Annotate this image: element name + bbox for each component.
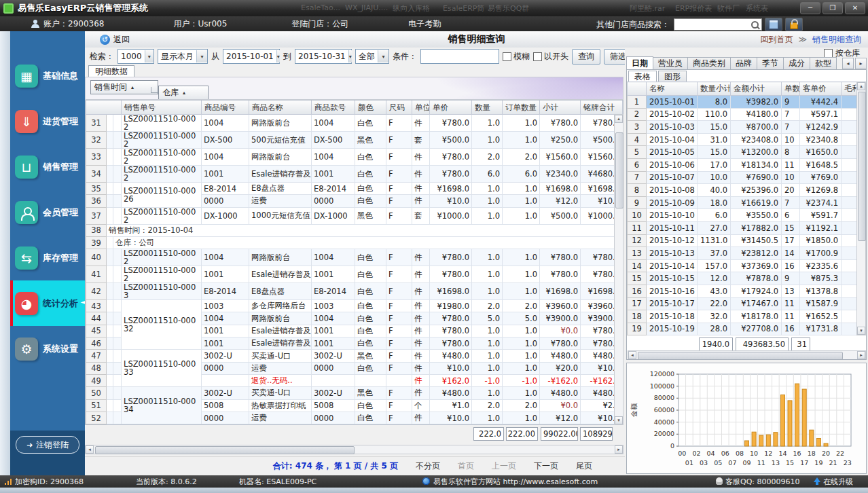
scroll-up-icon[interactable]: ▴: [857, 82, 865, 90]
scope-select[interactable]: 全部▾: [355, 49, 389, 64]
stats-row[interactable]: 8 2015-10-08 40.0 ¥25396.0 20 ¥1269.8: [628, 184, 863, 197]
sidebar-item-4[interactable]: ⇆ 库存管理: [10, 235, 85, 280]
fuzzy-checkbox[interactable]: 模糊: [503, 51, 530, 62]
stats-vertical-scrollbar[interactable]: ▴ ▾: [856, 81, 866, 335]
stats-row[interactable]: 19 2015-10-19 28.0 ¥27708.0 16 ¥1731.8: [628, 323, 863, 335]
table-row[interactable]: 42LSZ00011510-0003E8-2014 E8盘点器 E8-2014 …: [86, 283, 623, 300]
group-row-warehouse[interactable]: 39仓库：公司: [86, 236, 623, 249]
stats-tab-1[interactable]: 营业员: [653, 57, 688, 69]
column-header[interactable]: 销售单号: [122, 101, 202, 115]
stats-row[interactable]: 15 2015-10-15 12.0 ¥7878.0 9 ¥875.3: [628, 272, 863, 285]
scroll-right-icon[interactable]: ▸: [615, 445, 623, 454]
column-header[interactable]: 商品编号: [202, 101, 249, 115]
detail-horizontal-scrollbar[interactable]: ◂ ▸: [85, 445, 623, 454]
tabs-scroll-right-icon[interactable]: ▸: [855, 58, 867, 69]
no-paging-button[interactable]: 不分页: [416, 460, 440, 472]
breadcrumb-current[interactable]: 销售明细查询: [812, 34, 861, 45]
minimize-button[interactable]: ─: [800, 2, 820, 14]
logout-button[interactable]: ➜ 注销登陆: [16, 436, 79, 454]
stats-tab-0[interactable]: 日期: [626, 56, 653, 69]
stats-row[interactable]: 13 2015-10-13 37.0 ¥23812.0 14 ¥1700.9: [628, 247, 863, 260]
group-row-sale-time[interactable]: 38销售时间：2015-10-04: [86, 224, 623, 236]
table-row[interactable]: 37LSZ00011510-0002DX-1000 1000元短信充值 DX-1…: [86, 207, 623, 224]
page-size-select[interactable]: 1000▾: [117, 49, 154, 64]
stats-row[interactable]: 17 2015-10-17 22.0 ¥17467.0 11 ¥1587.9: [628, 297, 863, 310]
scroll-left-icon[interactable]: ◂: [86, 445, 94, 454]
startswith-checkbox[interactable]: 以开头: [533, 51, 568, 62]
column-header[interactable]: 商品款号: [312, 101, 355, 115]
scroll-down-icon[interactable]: ▾: [615, 416, 623, 424]
column-header[interactable]: 单数: [782, 82, 800, 96]
column-header[interactable]: 铭牌合计: [581, 101, 623, 115]
official-website-link[interactable]: 易售乐软件官方网站 http://www.esalesoft.com: [433, 477, 598, 487]
maximize-button[interactable]: ❐: [822, 2, 843, 14]
sidebar-item-3[interactable]: 会员管理: [10, 189, 85, 235]
scroll-left-icon[interactable]: ◂: [628, 351, 636, 359]
sidebar-item-5[interactable]: ◕ 统计分析 ◄: [10, 280, 85, 326]
tab-detail-data[interactable]: 明细数据: [88, 65, 134, 77]
table-row[interactable]: 53LSZ00011510-0004010022 换新加密狗 10022 黑色 …: [86, 424, 623, 425]
lock-button[interactable]: [785, 18, 803, 31]
stats-row[interactable]: 14 2015-10-14 157.0 ¥37369.0 16 ¥2335.6: [628, 259, 863, 272]
scrollbar-thumb[interactable]: [638, 352, 843, 360]
table-row[interactable]: 35LSZ00011510-00026E8-2014 E8盘点器 E8-2014…: [86, 183, 623, 195]
close-button[interactable]: ✕: [845, 2, 865, 14]
stats-tab-2[interactable]: 商品类别: [687, 57, 731, 69]
sidebar-item-6[interactable]: ⚙ 系统设置: [10, 326, 85, 371]
stats-row[interactable]: 18 2015-10-18 32.0 ¥18178.0 11 ¥1652.5: [628, 310, 863, 323]
sidebar-item-1[interactable]: ⇓ 进货管理: [10, 98, 85, 144]
table-row[interactable]: 40LSZ00011510-00021004 网路版前台 1004 白色 F 件…: [86, 249, 623, 266]
stats-tab-6[interactable]: 款型: [810, 57, 837, 69]
home-link[interactable]: 回到首页: [760, 34, 793, 45]
column-header[interactable]: 数量: [472, 101, 503, 115]
last-page-button[interactable]: 尾页: [576, 460, 592, 472]
stats-row[interactable]: 1 2015-10-01 8.0 ¥3982.0 9 ¥442.4: [628, 96, 863, 109]
calculator-button[interactable]: [765, 18, 782, 31]
scroll-up-icon[interactable]: ▴: [615, 115, 623, 123]
date-from-picker[interactable]: 2015-10-01▾: [223, 49, 280, 64]
stats-row[interactable]: 11 2015-10-11 27.0 ¥17882.0 15 ¥1192.1: [628, 221, 863, 234]
table-row[interactable]: 41LSZ00011510-00021001 Esale进销存普及 1001 白…: [86, 266, 623, 283]
table-row[interactable]: 50LSZ00011510-000343002-U 买卖通-U口 3002-U …: [86, 387, 623, 399]
period-select[interactable]: 显示本月▾: [158, 49, 208, 64]
column-header[interactable]: 商品名称: [249, 101, 312, 115]
column-header[interactable]: 单价: [430, 101, 472, 115]
search-icon[interactable]: [751, 21, 759, 29]
stats-tab-5[interactable]: 成分: [783, 57, 810, 69]
table-row[interactable]: 33LSZ00011510-00021004 网路版前台 1004 白色 F 件…: [86, 149, 623, 166]
group-field-sale-time[interactable]: 销售时间▴: [90, 80, 158, 94]
column-header[interactable]: 客单价: [800, 82, 842, 96]
table-row[interactable]: 34LSZ00011510-00021001 Esale进销存普及 1001 白…: [86, 166, 623, 183]
stats-row[interactable]: 16 2015-10-16 43.0 ¥17924.0 13 ¥1378.8: [628, 285, 863, 297]
scroll-right-icon[interactable]: ▸: [857, 351, 865, 359]
prev-page-button[interactable]: 上一页: [492, 460, 516, 472]
column-header[interactable]: 颜色: [355, 101, 386, 115]
tab-table[interactable]: 表格: [628, 71, 657, 82]
stats-row[interactable]: 10 2015-10-10 6.0 ¥3550.0 6 ¥591.7: [628, 209, 863, 222]
scrollbar-thumb[interactable]: [615, 132, 623, 208]
stats-row[interactable]: 2 2015-10-02 110.0 ¥4180.0 7 ¥597.1: [628, 108, 863, 121]
column-header[interactable]: 数量小计: [698, 82, 731, 96]
stats-row[interactable]: 9 2015-10-09 18.0 ¥16619.0 7 ¥2374.1: [628, 196, 863, 209]
sidebar-item-2[interactable]: ⊔ 销售管理: [10, 144, 85, 189]
group-field-warehouse[interactable]: 仓库▴: [158, 86, 209, 100]
scroll-down-icon[interactable]: ▾: [857, 327, 865, 335]
scrollbar-thumb[interactable]: [95, 446, 355, 454]
sidebar-item-0[interactable]: ▦ 基础信息: [10, 53, 85, 98]
stats-row[interactable]: 5 2015-10-05 15.0 ¥13200.0 8 ¥1650.0: [628, 146, 863, 159]
stats-row[interactable]: 12 2015-10-12 1131.0 ¥31450.5 17 ¥1850.0: [628, 234, 863, 247]
first-page-button[interactable]: 首页: [458, 460, 474, 472]
tabs-scroll-left-icon[interactable]: ◂: [842, 58, 854, 69]
query-button[interactable]: 查询: [572, 49, 600, 65]
condition-input[interactable]: [420, 49, 499, 64]
table-row[interactable]: 31LSZ00011510-00021004 网路版前台 1004 白色 F 件…: [86, 115, 623, 132]
stats-row[interactable]: 4 2015-10-04 31.0 ¥23408.0 10 ¥2340.8: [628, 133, 863, 146]
next-page-button[interactable]: 下一页: [534, 460, 558, 472]
other-store-search-input[interactable]: [674, 18, 762, 31]
stats-row[interactable]: 7 2015-10-07 10.0 ¥7690.0 10 ¥769.0: [628, 171, 863, 184]
column-header[interactable]: 金额小计: [731, 82, 782, 96]
column-header[interactable]: 尺码: [386, 101, 412, 115]
table-row[interactable]: 43LSZ00011510-000321003 多仓库网络后台 1003 白色 …: [86, 300, 623, 312]
stats-horizontal-scrollbar[interactable]: ◂ ▸: [628, 350, 866, 360]
column-header[interactable]: 单位: [412, 101, 430, 115]
